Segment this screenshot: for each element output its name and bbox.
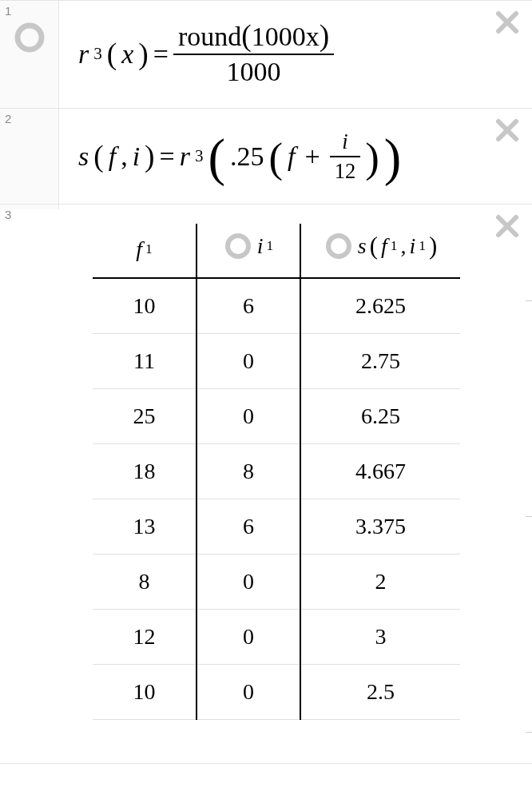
table-cell-i[interactable]: 6 — [197, 499, 300, 555]
graph-tick — [526, 300, 532, 301]
expression-list: 1 r3(x) = round(1000x) 1000 — [0, 0, 532, 764]
remove-row-button[interactable] — [494, 9, 521, 36]
close-icon — [494, 213, 521, 240]
fn-r: r — [78, 41, 89, 68]
table-cell-f[interactable]: 12 — [93, 610, 197, 665]
expression-2: s(f,i) = r3(.25(f + i 12 )) — [78, 131, 513, 181]
round-arg: 1000x — [252, 22, 320, 51]
table-row[interactable]: 1884.667 — [93, 444, 460, 499]
table-cell-f[interactable]: 11 — [93, 334, 197, 389]
table-row[interactable]: 802 — [93, 555, 460, 610]
table-row[interactable]: 1102.75 — [93, 334, 460, 389]
table-cell-s[interactable]: 3 — [300, 610, 460, 665]
expression-row-1[interactable]: 1 r3(x) = round(1000x) 1000 — [0, 1, 532, 109]
graph-tick — [526, 732, 532, 733]
table-cell-s[interactable]: 2 — [300, 555, 460, 610]
table-cell-f[interactable]: 18 — [93, 444, 197, 499]
row-gutter: 3 — [0, 205, 59, 209]
close-icon — [494, 9, 521, 36]
table-cell-s[interactable]: 3.375 — [300, 499, 460, 555]
table-row[interactable]: 1203 — [93, 610, 460, 665]
table-cell-s[interactable]: 2.5 — [300, 665, 460, 720]
remove-row-button[interactable] — [494, 117, 521, 144]
table-cell-s[interactable]: 2.625 — [300, 278, 460, 334]
column-header-s[interactable]: s(f1,i1) — [300, 224, 460, 278]
equals: = — [153, 41, 169, 68]
expression-1: r3(x) = round(1000x) 1000 — [78, 23, 513, 85]
circle-icon — [324, 232, 353, 260]
denom: 1000 — [222, 57, 286, 85]
circle-icon — [14, 22, 46, 54]
data-table: f1 i1 — [93, 224, 460, 720]
table-cell-i[interactable]: 0 — [197, 334, 300, 389]
table-cell-f[interactable]: 10 — [93, 278, 197, 334]
table-cell-f[interactable]: 8 — [93, 555, 197, 610]
expression-content[interactable]: f1 i1 — [59, 205, 532, 726]
column-header-f1[interactable]: f1 — [93, 224, 197, 278]
remove-row-button[interactable] — [494, 213, 521, 240]
table-cell-s[interactable]: 6.25 — [300, 389, 460, 444]
graph-tick — [526, 516, 532, 517]
table-cell-i[interactable]: 0 — [197, 389, 300, 444]
expression-row-2[interactable]: 2 s(f,i) = r3(.25(f + i 12 )) — [0, 109, 532, 205]
sub-3: 3 — [93, 46, 102, 62]
expression-content[interactable]: s(f,i) = r3(.25(f + i 12 )) — [59, 109, 532, 204]
table-cell-f[interactable]: 25 — [93, 389, 197, 444]
table-cell-i[interactable]: 0 — [197, 665, 300, 720]
fraction: round(1000x) 1000 — [173, 23, 334, 85]
row-number: 1 — [5, 4, 11, 18]
table-row[interactable]: 1002.5 — [93, 665, 460, 720]
table-cell-s[interactable]: 2.75 — [300, 334, 460, 389]
table-cell-s[interactable]: 4.667 — [300, 444, 460, 499]
close-icon — [494, 117, 521, 144]
svg-point-7 — [228, 236, 248, 256]
fn-s: s — [78, 143, 89, 170]
column-visibility-toggle[interactable] — [324, 232, 353, 260]
table-cell-i[interactable]: 8 — [197, 444, 300, 499]
expression-row-3[interactable]: 3 f1 — [0, 205, 532, 764]
row-number: 3 — [5, 208, 11, 221]
table-cell-f[interactable]: 13 — [93, 499, 197, 555]
table-cell-i[interactable]: 6 — [197, 278, 300, 334]
fn-r3: r — [180, 143, 190, 170]
row-number: 2 — [5, 112, 11, 125]
arg-x: x — [121, 41, 133, 68]
row-gutter: 1 — [0, 1, 59, 108]
table-row[interactable]: 2506.25 — [93, 389, 460, 444]
table-row[interactable]: 1062.625 — [93, 278, 460, 334]
column-header-i1[interactable]: i1 — [197, 224, 300, 278]
const: .25 — [230, 143, 264, 170]
equals: = — [160, 143, 175, 170]
circle-icon — [224, 232, 252, 260]
row-gutter: 2 — [0, 109, 59, 204]
table-cell-f[interactable]: 10 — [93, 665, 197, 720]
visibility-toggle[interactable] — [14, 22, 46, 54]
table-wrapper: f1 i1 — [78, 219, 513, 720]
table-cell-i[interactable]: 0 — [197, 610, 300, 665]
svg-point-8 — [328, 236, 349, 256]
fraction-i12: i 12 — [330, 131, 361, 181]
round-fn: round — [178, 22, 241, 51]
expression-content[interactable]: r3(x) = round(1000x) 1000 — [59, 1, 532, 108]
table-cell-i[interactable]: 0 — [197, 555, 300, 610]
table-row[interactable]: 1363.375 — [93, 499, 460, 555]
svg-point-0 — [18, 26, 42, 50]
column-visibility-toggle[interactable] — [224, 232, 252, 260]
